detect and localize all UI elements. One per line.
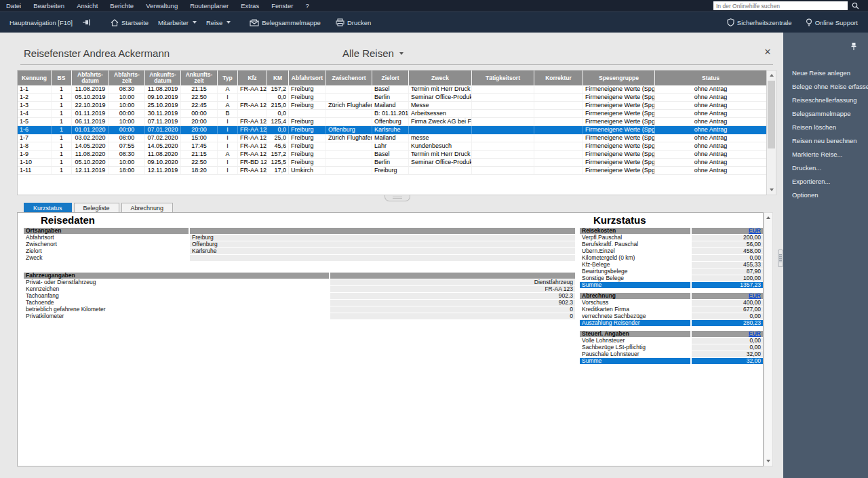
- table-cell: 215,0: [267, 102, 289, 110]
- sidebar-item-reiseschnellerfassung[interactable]: Reiseschnellerfassung: [783, 94, 868, 107]
- column-header-km[interactable]: KM: [267, 71, 289, 85]
- toolbar-item-reise[interactable]: Reise: [201, 12, 235, 33]
- column-header-abfahrts-datum[interactable]: Abfahrts- datum: [72, 71, 109, 85]
- column-header-spesengruppe[interactable]: Spesengruppe: [583, 71, 655, 85]
- table-cell: 09.10.2019: [145, 94, 181, 102]
- table-cell: 10:00: [109, 102, 145, 110]
- table-vertical-scrollbar[interactable]: [766, 70, 776, 195]
- toolbar-item-startseite[interactable]: Startseite: [106, 12, 153, 33]
- table-cell: [472, 110, 534, 118]
- menu-item-fenster[interactable]: Fenster: [265, 0, 299, 12]
- sidebar-item-reisen-neu-berechnen[interactable]: Reisen neu berechnen: [783, 134, 868, 148]
- detail-vertical-scrollbar[interactable]: [764, 212, 773, 466]
- column-header-kennung[interactable]: Kennung: [18, 71, 52, 85]
- table-cell: 0,0: [267, 126, 289, 134]
- menu-item-bearbeiten[interactable]: Bearbeiten: [27, 0, 71, 12]
- table-row[interactable]: 1-6101.01.202000:0007.01.202020:00IFR-AA…: [18, 126, 766, 134]
- table-cell: Firmeneigene Werte (Spgr. II): [583, 94, 655, 102]
- pin-navigation-button[interactable]: [77, 12, 96, 33]
- menu-item-extras[interactable]: Extras: [235, 0, 265, 12]
- column-header-abfahrtsort[interactable]: Abfahrtsort: [289, 71, 326, 85]
- menu-item-verwaltung[interactable]: Verwaltung: [140, 0, 184, 12]
- table-cell: Freiburg: [289, 118, 326, 126]
- table-cell: [472, 118, 534, 126]
- toolbar-item-mitarbeiter[interactable]: Mitarbeiter: [153, 12, 201, 33]
- toolbar-item-belegsammelmappe[interactable]: Belegsammelmappe: [245, 12, 326, 33]
- view-selector[interactable]: Alle Reisen: [342, 47, 403, 59]
- menu-item-ansicht[interactable]: Ansicht: [71, 0, 104, 12]
- tab-abrechnung[interactable]: Abrechnung: [121, 203, 174, 212]
- section-header-value: [190, 228, 575, 234]
- column-header-ankunfts-zeit[interactable]: Ankunfts- zeit: [181, 71, 218, 85]
- sidebar-item-belege-ohne-reise-erfassen[interactable]: Belege ohne Reise erfassen: [783, 80, 868, 94]
- menu-item-datei[interactable]: Datei: [0, 0, 27, 12]
- column-header-typ[interactable]: Typ: [218, 71, 238, 85]
- table-row[interactable]: 1-11112.11.201918:0012.11.201918:20IFR-A…: [18, 167, 766, 175]
- table-row[interactable]: 1-8114.05.202007:5514.05.202017:45IFR-AA…: [18, 142, 766, 151]
- table-row[interactable]: 1-1111.08.201908:3011.08.201921:15AFR-AA…: [18, 85, 766, 94]
- column-header-bs[interactable]: BS: [52, 71, 72, 85]
- column-header-status[interactable]: Status: [655, 71, 766, 85]
- menu-item-routenplaner[interactable]: Routenplaner: [184, 0, 235, 12]
- table-cell: ohne Antrag: [655, 167, 766, 175]
- toolbar-item-drucken[interactable]: Drucken: [331, 12, 376, 33]
- column-header-zweck[interactable]: Zweck: [409, 71, 472, 85]
- main-navigation-button[interactable]: Hauptnavigation [F10]: [0, 12, 77, 33]
- security-center-button[interactable]: Sicherheitszentrale: [722, 18, 797, 26]
- sidebar-splitter-handle[interactable]: [778, 250, 783, 267]
- scroll-down-icon[interactable]: [767, 185, 776, 195]
- table-cell: Kundenbesuch: [409, 142, 472, 151]
- sidebar-item-markierte-reise[interactable]: Markierte Reise...: [783, 148, 868, 161]
- search-input[interactable]: [713, 1, 848, 10]
- panel-splitter-handle[interactable]: [384, 195, 410, 201]
- table-cell: 125,5: [267, 159, 289, 167]
- scrollbar-thumb[interactable]: [768, 81, 775, 148]
- table-cell: I: [218, 159, 238, 167]
- column-header-zwischenort[interactable]: Zwischenort: [326, 71, 372, 85]
- tab-kurzstatus[interactable]: Kurzstatus: [24, 203, 72, 212]
- field-value: 902.3: [330, 293, 575, 299]
- sidebar-item-belegsammelmappe[interactable]: Belegsammelmappe: [783, 107, 868, 121]
- scroll-up-icon[interactable]: [767, 71, 776, 80]
- sidebar-item-neue-reise-anlegen[interactable]: Neue Reise anlegen: [783, 66, 868, 80]
- kurzstatus-heading: Kurzstatus: [593, 214, 763, 226]
- table-row[interactable]: 1-4101.11.201900:0030.11.201900:00B0,0B:…: [18, 110, 766, 118]
- pin-vertical-icon[interactable]: [850, 42, 857, 52]
- table-row[interactable]: 1-10105.10.202010:0009.10.202022:50IFR-B…: [18, 159, 766, 167]
- table-row[interactable]: 1-9111.08.202008:3011.08.202021:15AFR-AA…: [18, 151, 766, 159]
- table-cell: [472, 126, 534, 134]
- column-header-abfahrts-zeit[interactable]: Abfahrts- zeit: [109, 71, 145, 85]
- column-header-zielort[interactable]: Zielort: [372, 71, 409, 85]
- field-label: Verpfl.Pauschal: [580, 235, 690, 241]
- search-button[interactable]: [848, 1, 863, 10]
- sidebar-item-reisen-l-schen[interactable]: Reisen löschen: [783, 121, 868, 134]
- sidebar-item-exportieren[interactable]: Exportieren...: [783, 175, 868, 188]
- pin-horizontal-icon: [82, 19, 92, 26]
- scroll-down-icon[interactable]: [764, 456, 772, 466]
- column-header-korrektur[interactable]: Korrektur: [534, 71, 583, 85]
- tab-belegliste[interactable]: Belegliste: [74, 203, 119, 212]
- sidebar-item-drucken[interactable]: Drucken...: [783, 161, 868, 175]
- table-row[interactable]: 1-7103.02.202008:0007.02.202015:00IFR-AA…: [18, 134, 766, 142]
- table-cell: 07.01.2020: [145, 126, 181, 134]
- field-value: FR-AA 123: [330, 286, 575, 292]
- column-header-ankunfts-datum[interactable]: Ankunfts- datum: [145, 71, 181, 85]
- scroll-up-icon[interactable]: [764, 213, 772, 222]
- menu-item-berichte[interactable]: Berichte: [104, 0, 140, 12]
- menu-item-item[interactable]: ?: [299, 0, 315, 12]
- online-support-button[interactable]: Online Support: [801, 18, 863, 27]
- field-label: Privatkilometer: [24, 313, 329, 319]
- table-row[interactable]: 1-5106.11.201910:0007.11.201920:00IFR-AA…: [18, 118, 766, 126]
- table-cell: 1-3: [18, 102, 52, 110]
- table-row[interactable]: 1-3122.10.201910:0025.10.201922:45AFR-AA…: [18, 102, 766, 110]
- total-label: Auszahlung Reisender: [580, 320, 690, 326]
- trips-table: KennungBSAbfahrts- datumAbfahrts- zeitAn…: [17, 70, 766, 195]
- column-header-kfz[interactable]: Kfz: [238, 71, 267, 85]
- field-label: Berufskraftf. Pauschal: [580, 241, 690, 247]
- table-cell: Messe: [409, 102, 472, 110]
- column-header-t-tigkeitsort[interactable]: Tätigkeitsort: [472, 71, 534, 85]
- sidebar-item-optionen[interactable]: Optionen: [783, 188, 868, 202]
- close-icon[interactable]: ✕: [762, 46, 773, 57]
- bulb-icon: [806, 18, 812, 27]
- table-row[interactable]: 1-2105.10.201910:0009.10.201922:50I0,0Fr…: [18, 94, 766, 102]
